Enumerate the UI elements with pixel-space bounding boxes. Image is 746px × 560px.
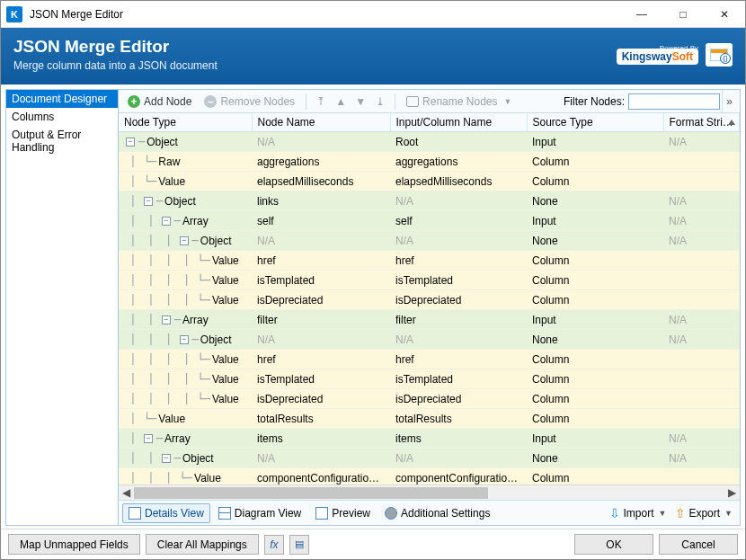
collapse-toggle[interactable]: −: [180, 236, 189, 245]
import-button[interactable]: ⇩Import▼: [606, 504, 670, 522]
node-type-label: Value: [158, 413, 185, 425]
node-type-label: Object: [164, 195, 196, 208]
col-format-string[interactable]: Format String: [663, 113, 740, 132]
tree-row[interactable]: │ │ −─ArrayfilterfilterInputN/A: [119, 310, 740, 330]
plus-icon: +: [128, 95, 140, 108]
tree-row[interactable]: │ │ │ │ └─ValueisTemplatedisTemplatedCol…: [119, 369, 740, 389]
cancel-button[interactable]: Cancel: [659, 534, 738, 555]
maximize-button[interactable]: □: [662, 1, 704, 28]
collapse-toggle[interactable]: −: [144, 434, 153, 443]
move-bottom-button[interactable]: ⤓: [371, 93, 389, 111]
node-type-label: Array: [182, 314, 209, 326]
tree-row[interactable]: │ │ │ −─ObjectN/AN/ANoneN/A: [119, 330, 740, 350]
brand-logo: Powered By KingswaySoft: [617, 43, 733, 67]
preview-icon: [315, 507, 328, 520]
tree-row[interactable]: │ │ │ │ └─ValuehrefhrefColumn: [119, 251, 740, 271]
move-top-button[interactable]: ⤒: [312, 93, 330, 111]
col-input-name[interactable]: Input/Column Name: [390, 113, 527, 132]
map-unmapped-fields-button[interactable]: Map Unmapped Fields: [8, 534, 140, 555]
footer: Map Unmapped Fields Clear All Mappings f…: [1, 529, 745, 559]
collapse-toggle[interactable]: −: [162, 316, 171, 324]
sidebar-tab-output-error[interactable]: Output & Error Handling: [6, 126, 118, 156]
rename-nodes-button[interactable]: Rename Nodes▼: [401, 93, 517, 110]
minus-icon: –: [204, 95, 217, 108]
add-node-button[interactable]: +Add Node: [122, 93, 197, 110]
diagram-icon: [218, 507, 231, 520]
collapse-toggle[interactable]: −: [162, 454, 171, 463]
banner-subtitle: Merge column data into a JSON document: [13, 59, 617, 72]
toolbar-expand-button[interactable]: »: [722, 90, 736, 112]
node-type-label: Object: [182, 452, 214, 465]
col-node-name[interactable]: Node Name: [252, 113, 390, 132]
minimize-button[interactable]: —: [621, 1, 662, 28]
window-title: JSON Merge Editor: [28, 8, 621, 21]
sidebar-tab-columns[interactable]: Columns: [6, 108, 118, 126]
node-type-label: Value: [194, 472, 221, 484]
horizontal-scrollbar[interactable]: ◀ ▶: [119, 484, 740, 500]
tree-row[interactable]: │ │ │ │ └─ValueisTemplatedisTemplatedCol…: [119, 271, 740, 290]
brand-badge: KingswaySoft: [617, 49, 698, 65]
node-type-label: Raw: [158, 156, 180, 168]
close-button[interactable]: ✕: [704, 1, 745, 28]
details-view-tab[interactable]: Details View: [122, 503, 210, 523]
col-node-type[interactable]: Node Type: [119, 113, 252, 132]
clear-all-mappings-button[interactable]: Clear All Mappings: [146, 534, 259, 555]
node-type-label: Value: [212, 254, 239, 267]
tree-row[interactable]: │ └─ValueelapsedMillisecondselapsedMilli…: [119, 172, 740, 191]
collapse-toggle[interactable]: −: [144, 197, 153, 206]
scrollbar-thumb[interactable]: [134, 487, 488, 499]
scroll-left-button[interactable]: ◀: [119, 485, 134, 501]
node-type-label: Object: [147, 136, 178, 148]
additional-settings-tab[interactable]: Additional Settings: [378, 503, 496, 523]
node-type-label: Value: [212, 353, 239, 366]
preview-tab[interactable]: Preview: [309, 503, 377, 523]
sidebar: Document Designer Columns Output & Error…: [6, 90, 119, 525]
filter-label: Filter Nodes:: [564, 95, 625, 108]
tree-row[interactable]: │ │ │ │ └─ValueisDepreciatedisDepreciate…: [119, 389, 740, 409]
main-panel: Document Designer Columns Output & Error…: [5, 89, 741, 526]
collapse-toggle[interactable]: −: [126, 138, 135, 147]
node-type-label: Array: [182, 215, 209, 227]
tree-row[interactable]: │ −─ObjectlinksN/ANoneN/A: [119, 191, 740, 211]
collapse-toggle[interactable]: −: [180, 335, 189, 344]
filter-input[interactable]: [628, 93, 720, 110]
tree-grid[interactable]: Node Type Node Name Input/Column Name So…: [119, 113, 740, 484]
remove-nodes-button[interactable]: –Remove Nodes: [199, 93, 300, 110]
toolbar: +Add Node –Remove Nodes ⤒ ▲ ▼ ⤓ Rename N…: [119, 90, 740, 113]
tree-row[interactable]: │ └─RawaggregationsaggregationsColumn: [119, 152, 740, 172]
tree-row[interactable]: │ │ −─ArrayselfselfInputN/A: [119, 211, 740, 231]
tree-row[interactable]: │ │ │ │ └─ValuehrefhrefColumn: [119, 350, 740, 369]
tree-row[interactable]: │ │ −─ObjectN/AN/ANoneN/A: [119, 449, 740, 468]
scroll-right-button[interactable]: ▶: [724, 485, 740, 501]
tree-row[interactable]: −─ObjectN/ARootInputN/A: [119, 132, 740, 152]
node-type-label: Value: [212, 274, 239, 287]
node-type-label: Value: [212, 373, 239, 386]
ok-button[interactable]: OK: [574, 534, 653, 555]
node-type-label: Value: [212, 393, 239, 405]
expression-button[interactable]: fx: [264, 535, 284, 555]
banner-title: JSON Merge Editor: [13, 37, 617, 57]
import-icon: ⇩: [609, 506, 620, 520]
export-icon: ⇧: [675, 506, 686, 520]
node-type-label: Object: [200, 333, 232, 346]
diagram-view-tab[interactable]: Diagram View: [212, 503, 307, 523]
move-up-button[interactable]: ▲: [332, 93, 350, 111]
rename-icon: [406, 96, 419, 107]
tree-row[interactable]: │ │ │ └─ValuecomponentConfigurationGro..…: [119, 468, 740, 485]
col-source-type[interactable]: Source Type: [527, 113, 663, 132]
export-button[interactable]: ⇧Export▼: [671, 504, 736, 522]
collapse-toggle[interactable]: −: [162, 217, 171, 226]
tree-row[interactable]: │ −─ArrayitemsitemsInputN/A: [119, 429, 740, 449]
columns-shortcut-button[interactable]: ▤: [289, 535, 309, 555]
titlebar: K JSON Merge Editor — □ ✕: [1, 1, 745, 28]
content-area: +Add Node –Remove Nodes ⤒ ▲ ▼ ⤓ Rename N…: [119, 90, 740, 525]
tree-row[interactable]: │ │ │ −─ObjectN/AN/ANoneN/A: [119, 231, 740, 251]
move-down-button[interactable]: ▼: [351, 93, 369, 111]
tree-row[interactable]: │ │ │ │ └─ValueisDepreciatedisDepreciate…: [119, 290, 740, 310]
banner: JSON Merge Editor Merge column data into…: [1, 28, 745, 84]
node-type-label: Array: [164, 432, 191, 445]
sidebar-tab-document-designer[interactable]: Document Designer: [6, 90, 118, 108]
tree-row[interactable]: │ └─ValuetotalResultstotalResultsColumn: [119, 409, 740, 429]
node-type-label: Value: [158, 175, 185, 188]
node-type-label: Object: [200, 235, 232, 247]
